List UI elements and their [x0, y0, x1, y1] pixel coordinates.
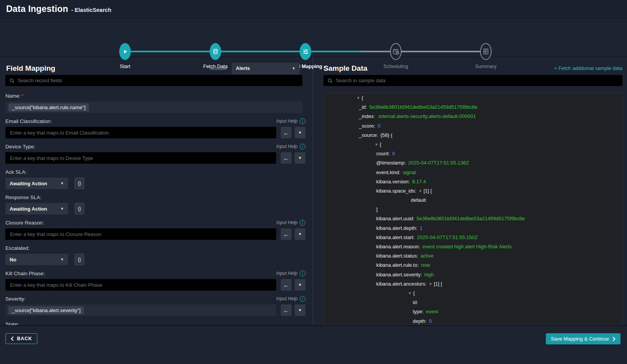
field-label: Kill Chain Phase:	[5, 271, 45, 276]
field-label-wrap: Escalated:	[5, 244, 30, 251]
info-icon[interactable]: i	[300, 118, 305, 124]
json-value: event	[426, 309, 438, 314]
json-key: kibana.alert.uuid:	[376, 216, 414, 221]
arrow-left-icon: ←	[283, 307, 289, 314]
collapse-caret-icon[interactable]: ▼	[408, 291, 412, 295]
json-line: _id:5e36e8b3601b5f41de8be53a21459d5175f9…	[324, 103, 622, 112]
map-arrow-button[interactable]: ←	[281, 279, 292, 291]
map-arrow-button[interactable]: ←	[281, 127, 292, 138]
save-mapping-button[interactable]: Save Mapping & Continue	[546, 333, 620, 344]
json-punctuation: {	[380, 141, 381, 147]
json-line: kibana.alert.ancestors:▼[1] [	[324, 279, 622, 289]
input-help: Input Helpi	[276, 271, 305, 276]
json-value: signal	[403, 170, 416, 175]
field-select[interactable]: Awaiting Action▼	[5, 203, 68, 214]
json-key: kibana.alert.start:	[376, 234, 415, 240]
json-punctuation: {	[413, 290, 415, 296]
mapped-value-input[interactable]: _source["kibana.alert.severity"]	[5, 304, 276, 316]
field-row-response-sla: Response SLA:Awaiting Action▼{}	[5, 194, 313, 214]
json-editor-button[interactable]: {}	[75, 203, 84, 214]
json-line: default	[324, 196, 622, 205]
json-key: _id:	[359, 104, 367, 110]
field-label-wrap: Closure Reason:	[5, 219, 44, 226]
scheduling-icon	[392, 48, 400, 55]
collapse-caret-icon[interactable]: ▼	[429, 282, 432, 286]
field-label-row: Ack SLA:	[5, 169, 305, 175]
field-label-wrap: State:	[5, 321, 19, 325]
field-label-row: Kill Chain Phase:Input Helpi	[5, 270, 305, 276]
json-line: depth:0	[324, 317, 622, 325]
field-input-row: Awaiting Action▼{}	[5, 203, 313, 214]
json-punctuation: {	[362, 95, 363, 101]
info-icon[interactable]: i	[300, 271, 305, 276]
key-input[interactable]	[5, 152, 276, 164]
input-help: Input Helpi	[276, 296, 305, 302]
sample-data-title: Sample Data	[324, 64, 367, 73]
field-select[interactable]: No▼	[5, 254, 68, 265]
record-fields-search-input[interactable]	[5, 75, 302, 86]
field-input-row: Awaiting Action▼{}	[5, 178, 313, 189]
field-row-state: State:	[5, 321, 313, 325]
module-select[interactable]: Alerts ▼	[232, 63, 300, 74]
field-input-row: _source["kibana.alert.severity"]←▼	[5, 304, 313, 316]
field-dropdown-button[interactable]: ▼	[295, 152, 305, 164]
json-value: 2025-04-07T17:51:55.150Z	[417, 234, 478, 240]
fetch-additional-sample-link[interactable]: + Fetch additional sample data	[554, 65, 622, 71]
json-line: kibana.alert.depth:1	[324, 224, 622, 233]
field-mapping-title: Field Mapping	[6, 64, 55, 73]
json-line: kibana.alert.start:2025-04-07T17:51:55.1…	[324, 233, 622, 242]
json-punctuation: default	[411, 197, 426, 203]
sample-data-panel: Sample Data + Fetch additional sample da…	[313, 57, 627, 325]
field-label-wrap: Device Type:	[5, 143, 35, 150]
info-icon[interactable]: i	[300, 144, 305, 150]
sample-data-search-input[interactable]	[324, 75, 622, 86]
play-icon	[122, 48, 128, 55]
json-line: kibana.alert.reason:event created high a…	[324, 242, 622, 251]
collapse-caret-icon[interactable]: ▼	[375, 143, 378, 146]
json-value: 5e36e8b3601b5f41de8be53a21459d5175f9bc8e	[417, 216, 525, 221]
back-button[interactable]: BACK	[5, 333, 37, 344]
data-ingestion-window: Data Ingestion - ElasticSearch StartFetc…	[0, 0, 627, 364]
field-dropdown-button[interactable]: ▼	[295, 127, 305, 138]
field-label-wrap: Name:*	[5, 92, 23, 99]
json-editor-button[interactable]: {}	[75, 254, 84, 265]
json-line: kibana.alert.status:active	[324, 251, 622, 261]
map-arrow-button[interactable]: ←	[281, 304, 292, 316]
json-punctuation: [1] [	[434, 281, 442, 287]
info-icon[interactable]: i	[300, 296, 305, 302]
info-icon[interactable]: i	[300, 220, 305, 226]
arrow-left-icon: ←	[283, 130, 289, 136]
map-arrow-button[interactable]: ←	[281, 152, 292, 164]
caret-down-icon: ▼	[298, 308, 302, 312]
chevron-down-icon: ▼	[60, 181, 64, 185]
json-key: _index:	[359, 113, 375, 119]
json-line: type:event	[324, 307, 622, 316]
collapse-caret-icon[interactable]: ▼	[419, 189, 422, 193]
field-label-row: Email Classification:Input Helpi	[5, 118, 305, 124]
page-subtitle: - ElasticSearch	[71, 7, 111, 13]
map-arrow-button[interactable]: ←	[281, 228, 292, 240]
collapse-caret-icon[interactable]: ▼	[357, 96, 360, 100]
key-input[interactable]	[5, 228, 276, 240]
field-label-wrap: Ack SLA:	[5, 168, 27, 175]
field-dropdown-button[interactable]: ▼	[295, 279, 305, 291]
field-label: Name:	[5, 93, 21, 99]
value-chip: _source["kibana.alert.rule.name"]	[8, 103, 89, 111]
key-input[interactable]	[5, 127, 276, 138]
field-dropdown-button[interactable]: ▼	[295, 228, 305, 240]
field-input-row: No▼{}	[5, 254, 313, 265]
key-input[interactable]	[5, 279, 276, 291]
mapped-value-input[interactable]: _source["kibana.alert.rule.name"]	[5, 101, 302, 113]
json-editor-button[interactable]: {}	[75, 178, 84, 189]
field-select[interactable]: Awaiting Action▼	[5, 178, 68, 189]
input-help-label: Input Help	[276, 144, 297, 149]
json-line: _score:0	[324, 121, 622, 131]
field-row-kill-chain-phase: Kill Chain Phase:Input Helpi←▼	[5, 270, 313, 291]
field-row-closure-reason: Closure Reason:Input Helpi←▼	[5, 219, 313, 240]
field-input-row: _source["kibana.alert.rule.name"]	[5, 101, 313, 113]
arrow-left-icon: ←	[283, 155, 289, 161]
json-value: event created high alert High-Risk Alert…	[422, 244, 513, 249]
field-row-severity: Severity:Input Helpi_source["kibana.aler…	[5, 296, 313, 316]
field-label-row: State:	[5, 321, 305, 325]
field-dropdown-button[interactable]: ▼	[295, 304, 305, 316]
